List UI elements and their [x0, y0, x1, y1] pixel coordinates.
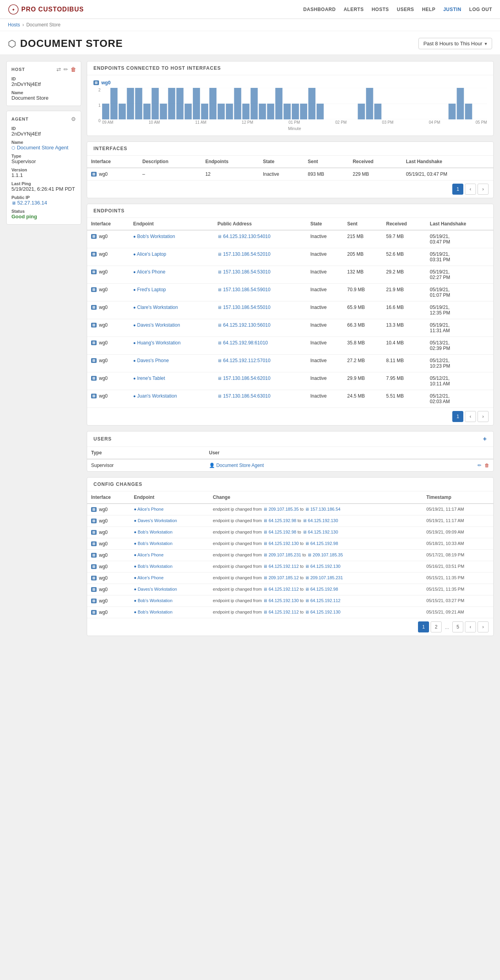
svg-rect-20 — [226, 104, 233, 119]
nav-help[interactable]: HELP — [422, 7, 435, 12]
wg-badge: ⊞ — [91, 541, 97, 546]
ep-page-prev-btn[interactable]: ‹ — [465, 411, 476, 422]
monitor-icon: 🖥 — [305, 541, 309, 546]
ep-endpoint-link[interactable]: Juan's Workstation — [137, 393, 177, 399]
config-panel: CONFIG CHANGES Interface Endpoint Change… — [87, 477, 494, 636]
add-user-button[interactable]: + — [483, 435, 487, 443]
ep-page-next-btn[interactable]: › — [478, 411, 489, 422]
host-delete-icon[interactable]: 🗑 — [71, 66, 76, 73]
page-1-btn[interactable]: 1 — [452, 184, 463, 195]
cfg-endpoint-link[interactable]: Alice's Phone — [138, 507, 164, 511]
cfg-to-link[interactable]: 209.107.185.231 — [310, 575, 343, 580]
ep-page-1-btn[interactable]: 1 — [452, 411, 463, 422]
ep-handshake: 05/19/21, 03:31 PM — [426, 248, 493, 266]
ep-address-link[interactable]: 157.130.186.54:53010 — [223, 269, 271, 275]
cfg-from-link[interactable]: 64.125.192.130 — [269, 598, 299, 603]
cfg-change: endpoint ip changed from 🖥 64.125.192.11… — [209, 561, 422, 573]
ep-endpoint-link[interactable]: Clare's Workstation — [137, 305, 178, 310]
ep-state: Inactive — [306, 266, 343, 284]
cfg-to-link[interactable]: 64.125.192.130 — [310, 610, 340, 614]
nav-dashboard[interactable]: DASHBOARD — [303, 7, 336, 12]
page-next-btn[interactable]: › — [478, 184, 489, 195]
cfg-to-link[interactable]: 64.125.192.98 — [310, 587, 338, 591]
nav-justin[interactable]: JUSTIN — [443, 7, 461, 12]
cfg-endpoint-link[interactable]: Bob's Workstation — [138, 610, 172, 614]
cfg-endpoint-link[interactable]: Alice's Phone — [138, 552, 164, 557]
table-row: ⊞ wg0 ● Bob's Workstation endpoint ip ch… — [87, 607, 493, 618]
agent-ip-link[interactable]: 52.27.136.14 — [17, 200, 47, 206]
page-prev-btn[interactable]: ‹ — [465, 184, 476, 195]
cfg-endpoint-link[interactable]: Bob's Workstation — [138, 564, 172, 569]
cfg-to-link[interactable]: 209.107.185.35 — [313, 552, 343, 557]
gear-icon[interactable]: ⚙ — [71, 116, 76, 122]
host-edit-icon[interactable]: ✏ — [63, 66, 68, 73]
monitor-icon: 🖥 — [263, 552, 267, 557]
cfg-from-link[interactable]: 64.125.192.112 — [269, 587, 299, 591]
nav-alerts[interactable]: ALERTS — [343, 7, 364, 12]
host-transfer-icon[interactable]: ⇄ — [56, 66, 61, 73]
cfg-iface: ⊞ wg0 — [87, 573, 130, 584]
time-filter-dropdown[interactable]: Past 8 Hours to This Hour ▾ — [418, 38, 492, 49]
cfg-to-link[interactable]: 64.125.192.112 — [310, 598, 340, 603]
host-card-header: HOST ⇄ ✏ 🗑 — [11, 66, 76, 73]
breadcrumb-hosts[interactable]: Hosts — [8, 22, 20, 28]
ep-address-link[interactable]: 64.125.192.130:56010 — [223, 322, 271, 328]
ep-address-link[interactable]: 64.125.192.112:57010 — [223, 358, 271, 363]
user-edit-icon[interactable]: ✏ — [478, 463, 481, 468]
cfg-from-link[interactable]: 64.125.192.112 — [269, 610, 299, 614]
agent-name-link[interactable]: Document Store Agent — [17, 145, 69, 151]
cfg-to-link[interactable]: 64.125.192.130 — [308, 530, 338, 534]
ep-endpoint-link[interactable]: Irene's Tablet — [137, 376, 165, 381]
cfg-from-link[interactable]: 64.125.192.112 — [269, 564, 299, 569]
ep-address-link[interactable]: 157.130.186.54:59010 — [223, 287, 271, 292]
ep-endpoint-link[interactable]: Bob's Workstation — [137, 234, 175, 239]
users-panel-header: USERS + — [87, 431, 493, 447]
cfg-from-link[interactable]: 209.107.185.12 — [269, 575, 299, 580]
cfg-endpoint-link[interactable]: Daves's Workstation — [138, 518, 177, 523]
dot-icon: ● — [133, 287, 136, 292]
ep-address-link[interactable]: 64.125.192.98:61010 — [223, 340, 268, 346]
cfg-from-link[interactable]: 209.107.185.35 — [269, 507, 299, 511]
ep-address-link[interactable]: 157.130.186.54:62010 — [223, 376, 271, 381]
cfg-page-prev-btn[interactable]: ‹ — [465, 621, 476, 632]
user-name-link[interactable]: Document Store Agent — [216, 463, 264, 468]
ep-address: 🖥 64.125.192.112:57010 — [213, 355, 306, 372]
nav-logout[interactable]: LOG OUT — [469, 7, 492, 12]
ep-address-link[interactable]: 64.125.192.130:54010 — [223, 234, 271, 239]
dot-icon: ● — [134, 598, 136, 603]
cfg-endpoint-link[interactable]: Alice's Phone — [138, 575, 164, 580]
ep-address-link[interactable]: 157.130.186.54:52010 — [223, 251, 271, 257]
cfg-page-2-btn[interactable]: 2 — [431, 621, 442, 632]
cfg-to-link[interactable]: 157.130.186.54 — [310, 507, 340, 511]
table-row: ⊞ wg0 ● Bob's Workstation endpoint ip ch… — [87, 561, 493, 573]
cfg-to-link[interactable]: 64.125.192.130 — [308, 518, 338, 523]
cfg-from-link[interactable]: 209.107.185.231 — [269, 552, 301, 557]
cfg-endpoint-link[interactable]: Bob's Workstation — [138, 530, 172, 534]
cfg-endpoint-link[interactable]: Bob's Workstation — [138, 598, 172, 603]
cfg-from-link[interactable]: 64.125.192.98 — [269, 518, 296, 523]
ep-endpoint-link[interactable]: Daves's Phone — [137, 358, 169, 363]
cfg-page-next-btn[interactable]: › — [478, 621, 489, 632]
table-row: ⊞ wg0 ● Bob's Workstation endpoint ip ch… — [87, 595, 493, 607]
ep-endpoint-link[interactable]: Alice's Laptop — [137, 251, 166, 257]
cfg-from-link[interactable]: 64.125.192.98 — [269, 530, 296, 534]
cfg-from-link[interactable]: 64.125.192.130 — [269, 541, 299, 546]
ep-address-link[interactable]: 157.130.186.54:63010 — [223, 393, 271, 399]
nav-hosts[interactable]: HOSTS — [371, 7, 389, 12]
cfg-to-link[interactable]: 64.125.192.130 — [310, 564, 340, 569]
ep-state: Inactive — [306, 372, 343, 390]
cfg-to-link[interactable]: 64.125.192.98 — [310, 541, 338, 546]
cfg-endpoint-link[interactable]: Bob's Workstation — [138, 541, 172, 546]
cfg-endpoint-link[interactable]: Daves's Workstation — [138, 587, 177, 591]
ep-endpoint-link[interactable]: Daves's Workstation — [137, 322, 180, 328]
ep-address-link[interactable]: 157.130.186.54:55010 — [223, 305, 271, 310]
cfg-page-5-btn[interactable]: 5 — [452, 621, 463, 632]
user-delete-icon[interactable]: 🗑 — [485, 463, 489, 468]
table-row: ⊞ wg0 ● Alice's Phone endpoint ip change… — [87, 504, 493, 515]
wg-badge: ⊞ — [91, 394, 97, 398]
ep-endpoint-link[interactable]: Alice's Phone — [137, 269, 165, 275]
ep-endpoint-link[interactable]: Fred's Laptop — [137, 287, 166, 292]
ep-endpoint-link[interactable]: Huang's Workstation — [137, 340, 181, 346]
nav-users[interactable]: USERS — [397, 7, 414, 12]
cfg-page-1-btn[interactable]: 1 — [418, 621, 429, 632]
